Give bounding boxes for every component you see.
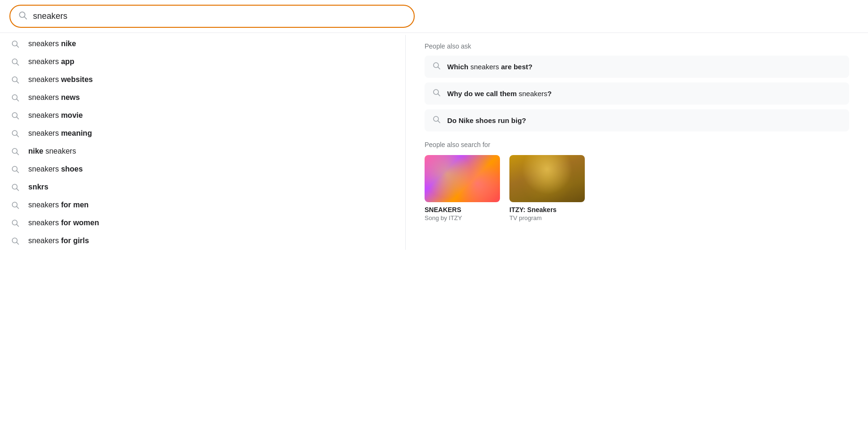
suggestion-text-7: nike sneakers	[28, 147, 76, 156]
svg-line-19	[16, 188, 18, 190]
suggestion-search-icon-7	[9, 147, 21, 156]
card-title-2: ITZY: Sneakers	[509, 206, 585, 213]
svg-line-7	[16, 81, 18, 83]
suggestion-search-icon-12	[9, 237, 21, 245]
also-ask-icon-3	[432, 115, 441, 126]
suggestion-item-8[interactable]: sneakers shoes	[0, 160, 405, 178]
card-image-itzy	[509, 155, 585, 202]
suggestion-text-2: sneakers app	[28, 57, 74, 66]
card-subtitle-2: TV program	[509, 214, 585, 221]
svg-line-27	[438, 67, 440, 69]
suggestion-text-1: sneakers nike	[28, 40, 76, 48]
search-card-1[interactable]: SNEAKERS Song by ITZY	[425, 155, 500, 221]
suggestion-search-icon-11	[9, 219, 21, 227]
right-column: People also ask Which sneakers are best?…	[405, 35, 868, 250]
suggestion-text-6: sneakers meaning	[28, 129, 92, 138]
suggestion-item-5[interactable]: sneakers movie	[0, 106, 405, 124]
card-title-1: SNEAKERS	[425, 206, 500, 213]
suggestion-text-5: sneakers movie	[28, 111, 83, 120]
suggestion-text-8: sneakers shoes	[28, 165, 83, 173]
svg-line-21	[16, 206, 18, 208]
svg-line-31	[438, 121, 440, 123]
svg-line-5	[16, 63, 18, 65]
svg-line-13	[16, 135, 18, 137]
also-ask-item-1[interactable]: Which sneakers are best?	[425, 56, 849, 78]
svg-line-17	[16, 171, 18, 172]
also-ask-item-3[interactable]: Do Nike shoes run big?	[425, 109, 849, 131]
suggestion-text-10: sneakers for men	[28, 201, 89, 209]
suggestion-item-1[interactable]: sneakers nike	[0, 35, 405, 53]
suggestion-item-2[interactable]: sneakers app	[0, 53, 405, 71]
also-ask-text-2: Why do we call them sneakers?	[447, 90, 552, 98]
suggestion-item-7[interactable]: nike sneakers	[0, 142, 405, 160]
suggestion-search-icon-4	[9, 93, 21, 102]
suggestion-item-9[interactable]: snkrs	[0, 178, 405, 196]
search-bar	[9, 5, 415, 28]
search-bar-wrapper	[0, 0, 868, 33]
main-content: sneakers nikesneakers appsneakers websit…	[0, 33, 868, 250]
suggestion-search-icon-1	[9, 40, 21, 48]
also-ask-icon-1	[432, 61, 441, 72]
suggestion-text-12: sneakers for girls	[28, 237, 89, 245]
suggestion-search-icon-5	[9, 111, 21, 120]
suggestion-item-10[interactable]: sneakers for men	[0, 196, 405, 214]
suggestion-item-12[interactable]: sneakers for girls	[0, 232, 405, 250]
suggestion-search-icon-3	[9, 75, 21, 84]
suggestion-text-9: snkrs	[28, 183, 49, 191]
suggestion-item-4[interactable]: sneakers news	[0, 89, 405, 106]
card-image-sneakers	[425, 155, 500, 202]
suggestion-text-3: sneakers websites	[28, 75, 93, 84]
suggestion-text-4: sneakers news	[28, 93, 80, 102]
also-ask-text-3: Do Nike shoes run big?	[447, 116, 526, 124]
svg-line-11	[16, 117, 18, 119]
svg-line-15	[16, 153, 18, 155]
people-also-search-title: People also search for	[425, 141, 849, 148]
svg-line-9	[16, 99, 18, 101]
people-also-ask-title: People also ask	[425, 42, 849, 50]
suggestion-search-icon-9	[9, 183, 21, 191]
svg-line-3	[16, 45, 18, 47]
svg-line-25	[16, 242, 18, 244]
search-card-2[interactable]: ITZY: Sneakers TV program	[509, 155, 585, 221]
also-ask-text-1: Which sneakers are best?	[447, 63, 532, 71]
suggestion-text-11: sneakers for women	[28, 219, 99, 227]
suggestion-item-6[interactable]: sneakers meaning	[0, 124, 405, 142]
also-ask-item-2[interactable]: Why do we call them sneakers?	[425, 82, 849, 105]
suggestion-search-icon-2	[9, 57, 21, 66]
suggestions-column: sneakers nikesneakers appsneakers websit…	[0, 35, 405, 250]
suggestion-item-11[interactable]: sneakers for women	[0, 214, 405, 232]
svg-line-29	[438, 94, 440, 96]
search-icon-main	[18, 10, 27, 22]
svg-line-23	[16, 224, 18, 226]
search-input[interactable]	[33, 11, 406, 21]
also-ask-icon-2	[432, 88, 441, 99]
suggestion-search-icon-10	[9, 201, 21, 209]
card-subtitle-1: Song by ITZY	[425, 214, 500, 221]
suggestion-item-3[interactable]: sneakers websites	[0, 71, 405, 89]
svg-line-1	[25, 17, 27, 19]
suggestion-search-icon-6	[9, 129, 21, 138]
also-search-cards: SNEAKERS Song by ITZY ITZY: Sneakers TV …	[425, 155, 849, 221]
suggestion-search-icon-8	[9, 165, 21, 173]
